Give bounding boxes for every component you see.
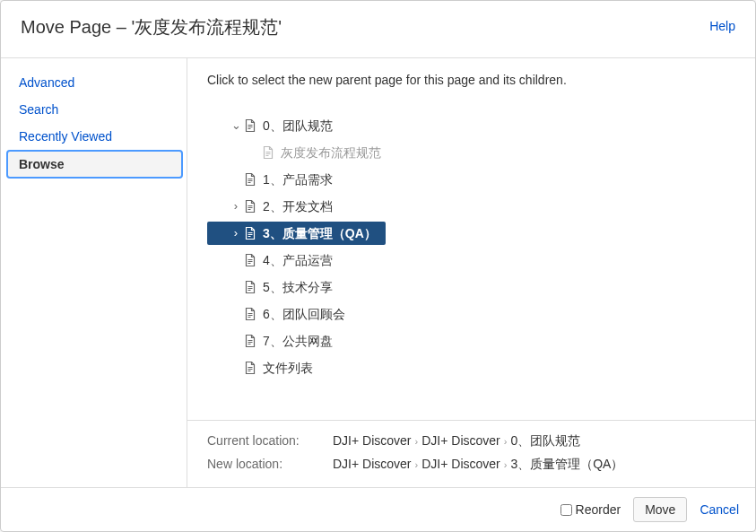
tree-node-label: 2、开发文档 xyxy=(263,193,333,220)
breadcrumb-segment: DJI+ Discover xyxy=(421,433,500,448)
toggle-spacer: · xyxy=(229,354,243,381)
tree-node[interactable]: ·7、公共网盘 xyxy=(207,327,735,354)
tree-node-label: 7、公共网盘 xyxy=(263,327,333,354)
toggle-spacer: · xyxy=(229,274,243,301)
page-icon xyxy=(243,199,257,214)
tree-node[interactable]: ·文件列表 xyxy=(207,354,735,381)
move-button[interactable]: Move xyxy=(633,497,687,522)
breadcrumb-segment: DJI+ Discover xyxy=(421,457,500,471)
toggle-spacer: · xyxy=(229,166,243,193)
tree-node-label: 灰度发布流程规范 xyxy=(281,139,381,166)
current-location-value: DJI+ Discover›DJI+ Discover›0、团队规范 xyxy=(333,433,580,449)
tree-node: ·灰度发布流程规范 xyxy=(207,139,735,166)
sidebar-item-recently-viewed[interactable]: Recently Viewed xyxy=(6,123,187,150)
toggle-spacer: · xyxy=(229,327,243,354)
reorder-option[interactable]: Reorder xyxy=(560,502,621,517)
reorder-checkbox[interactable] xyxy=(560,504,572,516)
dialog-title: Move Page – '灰度发布流程规范' xyxy=(21,15,282,39)
tree-node[interactable]: ›3、质量管理（QA） xyxy=(207,222,386,245)
tree-node[interactable]: ·6、团队回顾会 xyxy=(207,301,735,327)
sidebar-item-browse[interactable]: Browse xyxy=(6,150,183,179)
breadcrumb-segment: 3、质量管理（QA） xyxy=(510,457,623,471)
toggle-spacer: · xyxy=(229,301,243,327)
breadcrumb-separator: › xyxy=(504,459,508,470)
toggle-spacer: · xyxy=(229,247,243,274)
tree-node-label: 3、质量管理（QA） xyxy=(263,222,377,245)
tree-node[interactable]: ⌄0、团队规范 xyxy=(207,112,735,139)
move-page-dialog: Move Page – '灰度发布流程规范' Help Advanced Sea… xyxy=(0,0,756,532)
chevron-right-icon[interactable]: › xyxy=(229,222,243,245)
tree-node-label: 5、技术分享 xyxy=(263,274,333,301)
cancel-link[interactable]: Cancel xyxy=(700,502,739,517)
toggle-spacer: · xyxy=(247,139,261,166)
instruction-text: Click to select the new parent page for … xyxy=(187,58,755,96)
page-tree: ⌄0、团队规范·灰度发布流程规范·1、产品需求›2、开发文档›3、质量管理（QA… xyxy=(187,96,755,390)
chevron-right-icon[interactable]: › xyxy=(229,193,243,220)
sidebar: Advanced Search Recently Viewed Browse xyxy=(1,58,187,487)
page-icon xyxy=(243,172,257,187)
help-link[interactable]: Help xyxy=(709,19,735,33)
new-location-label: New location: xyxy=(207,457,333,473)
tree-node-label: 1、产品需求 xyxy=(263,166,333,193)
sidebar-item-search[interactable]: Search xyxy=(6,96,187,123)
new-location-value: DJI+ Discover›DJI+ Discover›3、质量管理（QA） xyxy=(333,457,623,473)
page-icon xyxy=(243,253,257,267)
new-location-row: New location: DJI+ Discover›DJI+ Discove… xyxy=(207,457,735,473)
tree-node-label: 0、团队规范 xyxy=(263,112,333,139)
reorder-label: Reorder xyxy=(576,502,621,517)
page-icon xyxy=(243,361,257,375)
breadcrumb-separator: › xyxy=(415,459,419,470)
page-icon xyxy=(243,307,257,321)
tree-node[interactable] xyxy=(207,96,735,112)
page-icon xyxy=(243,280,257,294)
main-panel: Click to select the new parent page for … xyxy=(187,58,755,487)
breadcrumb-segment: DJI+ Discover xyxy=(333,457,412,471)
breadcrumb-separator: › xyxy=(415,436,419,447)
page-icon xyxy=(243,118,257,133)
tree-node[interactable]: ›2、开发文档 xyxy=(207,193,735,220)
tree-node-label: 6、团队回顾会 xyxy=(263,301,345,327)
breadcrumb-segment: 0、团队规范 xyxy=(510,433,580,448)
breadcrumb-separator: › xyxy=(504,436,508,447)
dialog-footer: Reorder Move Cancel xyxy=(1,488,755,531)
tree-node[interactable]: ·5、技术分享 xyxy=(207,274,735,301)
chevron-down-icon[interactable]: ⌄ xyxy=(229,112,243,139)
dialog-body: Advanced Search Recently Viewed Browse C… xyxy=(1,58,755,488)
page-icon xyxy=(243,226,257,240)
tree-node[interactable]: ·4、产品运营 xyxy=(207,247,735,274)
locations-panel: Current location: DJI+ Discover›DJI+ Dis… xyxy=(187,420,755,487)
page-icon xyxy=(243,334,257,348)
tree-container[interactable]: ⌄0、团队规范·灰度发布流程规范·1、产品需求›2、开发文档›3、质量管理（QA… xyxy=(187,96,755,420)
dialog-header: Move Page – '灰度发布流程规范' Help xyxy=(1,1,755,58)
breadcrumb-segment: DJI+ Discover xyxy=(333,433,412,448)
tree-node-label: 文件列表 xyxy=(263,354,313,381)
sidebar-item-advanced[interactable]: Advanced xyxy=(6,69,187,96)
tree-node[interactable]: ·1、产品需求 xyxy=(207,166,735,193)
tree-node-label: 4、产品运营 xyxy=(263,247,333,274)
current-location-row: Current location: DJI+ Discover›DJI+ Dis… xyxy=(207,433,735,449)
current-location-label: Current location: xyxy=(207,433,333,449)
page-icon xyxy=(261,145,275,160)
